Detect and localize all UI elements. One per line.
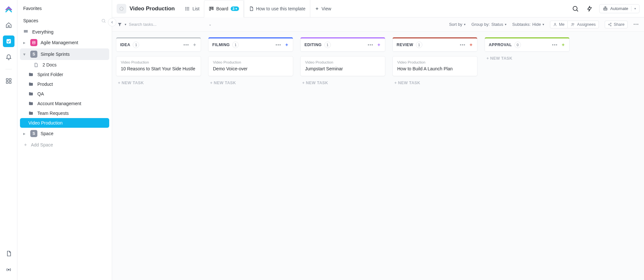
breadcrumb: Video Production <box>117 4 175 14</box>
card-breadcrumb: Video Production <box>397 60 473 64</box>
tab-add-view[interactable]: ＋ View <box>310 0 336 17</box>
home-icon[interactable] <box>3 19 14 31</box>
sidebar-item-space[interactable]: ▸ S Space <box>20 128 109 139</box>
app-logo[interactable] <box>3 3 14 15</box>
space-label: Space <box>41 131 53 136</box>
docs-icon[interactable] <box>3 248 14 259</box>
task-card[interactable]: Video ProductionHow to Build A Launch Pl… <box>392 56 477 76</box>
me-button[interactable]: Me <box>550 21 568 28</box>
chevron-right-icon: ▸ <box>23 40 27 45</box>
task-card[interactable]: Video Production10 Reasons to Start Your… <box>116 56 201 76</box>
more-icon[interactable]: ••• <box>460 42 466 47</box>
add-task-icon[interactable]: ＋ <box>284 42 289 48</box>
apps-icon[interactable] <box>3 75 14 87</box>
sort-by-dropdown[interactable]: Sort by ▾ <box>449 22 466 27</box>
tab-view-label: View <box>322 6 331 11</box>
assignees-button[interactable]: Assignees <box>568 21 599 28</box>
column-header[interactable]: FILMING1•••＋ <box>208 37 293 52</box>
qa-label: QA <box>37 91 44 96</box>
search-input[interactable] <box>129 22 180 27</box>
sidebar-item-everything[interactable]: Everything <box>20 27 109 37</box>
svg-point-32 <box>608 24 609 25</box>
collapse-sidebar-button[interactable] <box>108 18 116 26</box>
add-task-icon[interactable]: ＋ <box>561 42 565 48</box>
chevron-down-icon[interactable]: ▾ <box>125 23 126 26</box>
card-title: 10 Reasons to Start Your Side Hustle <box>121 66 196 71</box>
assignee-filter-group: Me Assignees <box>550 21 599 28</box>
spaces-header[interactable]: Spaces <box>20 15 109 26</box>
favorites-header[interactable]: Favorites <box>20 3 109 14</box>
board-badge: 3▾ <box>231 6 239 11</box>
subtasks-dropdown[interactable]: Subtasks: Hide ▾ <box>512 22 544 27</box>
svg-point-18 <box>186 7 186 7</box>
search-icon[interactable] <box>571 4 580 13</box>
group-by-dropdown[interactable]: Group by: Status ▾ <box>471 22 506 27</box>
sidebar-item-team-requests[interactable]: Team Requests <box>20 108 109 118</box>
search-icon[interactable] <box>101 18 106 23</box>
more-icon[interactable]: ••• <box>275 42 281 47</box>
more-icon[interactable]: ••• <box>368 42 373 47</box>
new-task-button[interactable]: + NEW TASK <box>392 76 477 86</box>
board-column: REVIEW1•••＋Video ProductionHow to Build … <box>392 37 477 86</box>
robot-icon <box>603 6 608 11</box>
card-title: How to Build A Launch Plan <box>397 66 473 71</box>
share-button[interactable]: Share <box>605 21 628 28</box>
add-task-icon[interactable]: ＋ <box>469 42 473 48</box>
new-task-button[interactable]: + NEW TASK <box>208 76 293 86</box>
new-task-button[interactable]: + NEW TASK <box>300 76 385 86</box>
more-icon[interactable]: ••• <box>552 42 558 47</box>
filter-icon[interactable] <box>117 22 122 27</box>
new-task-button[interactable]: + NEW TASK <box>485 52 570 62</box>
column-header[interactable]: IDEA1•••＋ <box>116 37 201 52</box>
column-header[interactable]: EDITING1•••＋ <box>300 37 385 52</box>
tab-howto[interactable]: How to use this template <box>244 0 310 17</box>
svg-rect-0 <box>6 39 11 44</box>
add-task-icon[interactable]: ＋ <box>377 42 381 48</box>
sidebar-item-product[interactable]: Product <box>20 79 109 89</box>
agile-badge-icon <box>30 39 37 46</box>
sidebar-item-sprint-folder[interactable]: Sprint Folder <box>20 70 109 79</box>
automate-label: Automate <box>610 6 628 11</box>
kanban-board: IDEA1•••＋Video Production10 Reasons to S… <box>112 32 644 280</box>
chevron-down-icon[interactable]: ⌄ <box>209 23 211 26</box>
svg-point-19 <box>186 8 186 9</box>
add-space-button[interactable]: ＋ Add Space <box>20 139 109 150</box>
chevron-down-icon: ▾ <box>464 23 466 26</box>
divider <box>631 6 631 11</box>
favorites-label: Favorites <box>23 6 42 11</box>
column-title: EDITING <box>304 43 322 47</box>
svg-point-24 <box>573 6 577 10</box>
sidebar-item-agile[interactable]: ▸ Agile Management <box>20 37 109 48</box>
notifications-icon[interactable] <box>3 52 14 63</box>
card-title: Demo Voice-over <box>213 66 288 71</box>
sidebar-item-docs[interactable]: 2 Docs <box>20 60 109 70</box>
docs-label: 2 Docs <box>43 62 57 67</box>
sidebar-item-simple-sprints[interactable]: ▾ S Simple Sprints <box>20 48 109 60</box>
new-task-button[interactable]: + NEW TASK <box>116 76 201 86</box>
me-label: Me <box>559 22 564 27</box>
automate-button[interactable]: Automate ▾ <box>599 4 639 13</box>
board-column: EDITING1•••＋Video ProductionJumpstart Se… <box>300 37 385 86</box>
broadcast-icon[interactable] <box>3 264 14 275</box>
more-icon[interactable]: ••• <box>633 22 639 27</box>
tasks-icon[interactable] <box>3 35 14 47</box>
group-label: Group by: <box>471 22 490 27</box>
svg-point-33 <box>610 25 611 26</box>
add-task-icon[interactable]: ＋ <box>192 42 197 48</box>
folder-icon <box>28 111 34 116</box>
column-count: 1 <box>232 42 239 48</box>
chevron-down-icon: ▾ <box>543 23 544 26</box>
task-card[interactable]: Video ProductionJumpstart Seminar <box>300 56 385 76</box>
column-header[interactable]: APPROVAL0•••＋ <box>485 37 570 52</box>
sprints-badge-icon: S <box>30 51 37 58</box>
bolt-icon[interactable] <box>585 4 594 13</box>
sidebar-item-qa[interactable]: QA <box>20 89 109 99</box>
more-icon[interactable]: ••• <box>183 42 189 47</box>
sidebar-item-video-production[interactable]: Video Production <box>20 118 109 128</box>
task-card[interactable]: Video ProductionDemo Voice-over <box>208 56 293 76</box>
sidebar-item-account-management[interactable]: Account Management <box>20 99 109 108</box>
sprint-folder-label: Sprint Folder <box>37 72 63 77</box>
tab-list[interactable]: List <box>180 0 204 17</box>
column-header[interactable]: REVIEW1•••＋ <box>392 37 477 52</box>
tab-board[interactable]: Board 3▾ <box>204 0 244 17</box>
